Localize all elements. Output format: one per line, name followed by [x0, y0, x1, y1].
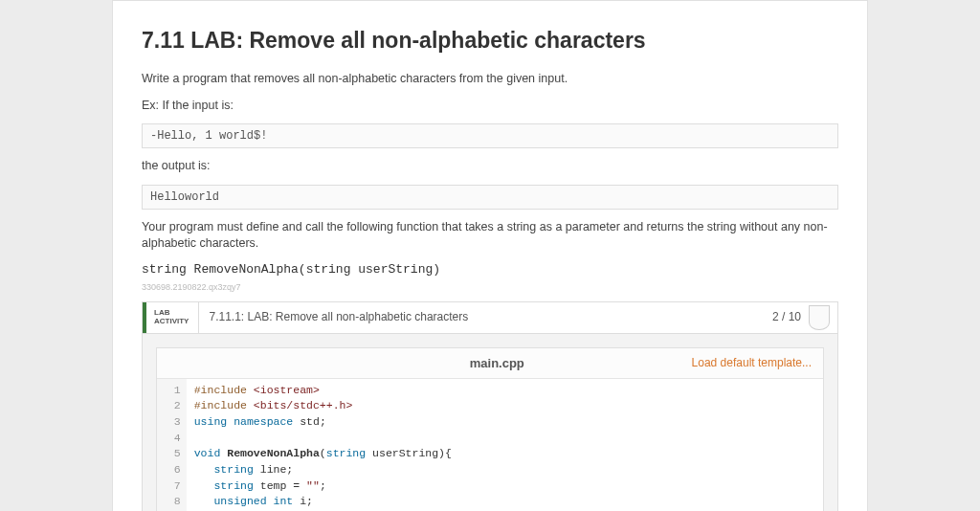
- example-output: Helloworld: [142, 185, 838, 210]
- lab-activity: LAB ACTIVITY 7.11.1: LAB: Remove all non…: [142, 301, 838, 512]
- activity-score: 2 / 10: [763, 302, 807, 333]
- score-badge-icon: [809, 305, 830, 330]
- code-area[interactable]: 1 2 3 4 5 6 7 8 9 10 11 #include <iostre…: [157, 379, 823, 512]
- function-signature: string RemoveNonAlpha(string userString): [142, 262, 838, 277]
- page-title: 7.11 LAB: Remove all non-alphabetic char…: [142, 28, 838, 54]
- content-card: 7.11 LAB: Remove all non-alphabetic char…: [112, 0, 868, 511]
- activity-tag-line2: ACTIVITY: [154, 318, 189, 326]
- editor-wrap: main.cpp Load default template... 1 2 3 …: [143, 334, 837, 512]
- code-content[interactable]: #include <iostream> #include <bits/stdc+…: [187, 379, 823, 512]
- activity-header: LAB ACTIVITY 7.11.1: LAB: Remove all non…: [143, 302, 837, 334]
- editor-header: main.cpp Load default template...: [157, 348, 823, 379]
- content-id: 330698.2190822.qx3zqy7: [142, 282, 838, 292]
- activity-tag: LAB ACTIVITY: [143, 302, 199, 333]
- example-output-label: the output is:: [142, 158, 838, 175]
- load-default-template-link[interactable]: Load default template...: [692, 356, 812, 369]
- activity-title: 7.11.1: LAB: Remove all non-alphabetic c…: [199, 302, 763, 333]
- code-editor[interactable]: main.cpp Load default template... 1 2 3 …: [156, 347, 824, 512]
- line-number-gutter: 1 2 3 4 5 6 7 8 9 10 11: [157, 379, 187, 512]
- example-input-label: Ex: If the input is:: [142, 98, 838, 115]
- requirement-text: Your program must define and call the fo…: [142, 219, 838, 253]
- editor-filename: main.cpp: [302, 356, 692, 370]
- prompt-text: Write a program that removes all non-alp…: [142, 71, 838, 88]
- example-input: -Hello, 1 world$!: [142, 123, 838, 148]
